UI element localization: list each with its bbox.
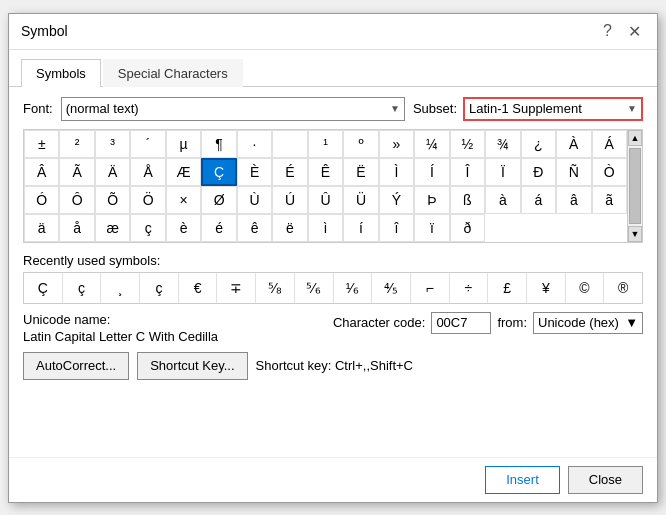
- symbol-cell[interactable]: î: [379, 214, 414, 242]
- symbol-cell[interactable]: í: [343, 214, 378, 242]
- from-dropdown[interactable]: Unicode (hex) ▼: [533, 312, 643, 334]
- symbol-cell[interactable]: Æ: [166, 158, 201, 186]
- symbol-cell[interactable]: Ø: [201, 186, 236, 214]
- symbol-cell[interactable]: Ç: [201, 158, 236, 186]
- font-arrow: ▼: [390, 103, 400, 114]
- symbol-cell[interactable]: é: [201, 214, 236, 242]
- symbol-cell[interactable]: ×: [166, 186, 201, 214]
- symbol-cell[interactable]: È: [237, 158, 272, 186]
- symbol-cell[interactable]: ³: [95, 130, 130, 158]
- recently-used-cell[interactable]: Ç: [24, 273, 63, 303]
- symbol-cell[interactable]: Ö: [130, 186, 165, 214]
- shortcut-key-button[interactable]: Shortcut Key...: [137, 352, 247, 380]
- symbol-scrollbar[interactable]: ▲ ▼: [628, 129, 643, 243]
- scroll-up-button[interactable]: ▲: [628, 130, 642, 146]
- symbol-cell[interactable]: ½: [450, 130, 485, 158]
- symbol-cell[interactable]: Ã: [59, 158, 94, 186]
- symbol-cell[interactable]: è: [166, 214, 201, 242]
- symbol-cell[interactable]: ¶: [201, 130, 236, 158]
- symbol-cell[interactable]: ß: [450, 186, 485, 214]
- symbol-cell[interactable]: ì: [308, 214, 343, 242]
- char-code-input[interactable]: [431, 312, 491, 334]
- symbol-cell[interactable]: Ú: [272, 186, 307, 214]
- symbol-cell[interactable]: Å: [130, 158, 165, 186]
- symbol-cell[interactable]: ð: [450, 214, 485, 242]
- recently-used-cell[interactable]: ç: [63, 273, 102, 303]
- insert-button[interactable]: Insert: [485, 466, 560, 494]
- recently-used-row: Çç¸ç€∓⁵⁄₈⁵⁄₆¹⁄₆⁴⁄₅⌐÷£¥©®: [23, 272, 643, 304]
- recently-used-cell[interactable]: ®: [604, 273, 642, 303]
- recently-used-cell[interactable]: ¸: [101, 273, 140, 303]
- recently-used-cell[interactable]: ÷: [450, 273, 489, 303]
- symbol-cell[interactable]: Ù: [237, 186, 272, 214]
- symbol-cell[interactable]: ï: [414, 214, 449, 242]
- symbol-cell[interactable]: Ï: [485, 158, 520, 186]
- symbol-cell[interactable]: Ó: [24, 186, 59, 214]
- symbol-cell[interactable]: ´: [130, 130, 165, 158]
- recently-used-cell[interactable]: ⁵⁄₆: [295, 273, 334, 303]
- symbol-cell[interactable]: à: [485, 186, 520, 214]
- recently-used-cell[interactable]: ç: [140, 273, 179, 303]
- symbol-cell[interactable]: á: [521, 186, 556, 214]
- symbol-cell[interactable]: Ü: [343, 186, 378, 214]
- symbol-cell[interactable]: Î: [450, 158, 485, 186]
- symbol-cell[interactable]: Ý: [379, 186, 414, 214]
- symbol-cell[interactable]: ê: [237, 214, 272, 242]
- symbol-cell[interactable]: ã: [592, 186, 627, 214]
- symbol-cell[interactable]: ¹: [308, 130, 343, 158]
- symbol-cell[interactable]: Õ: [95, 186, 130, 214]
- recently-used-cell[interactable]: ¥: [527, 273, 566, 303]
- symbol-cell[interactable]: ¼: [414, 130, 449, 158]
- autocorrect-button[interactable]: AutoCorrect...: [23, 352, 129, 380]
- symbol-cell[interactable]: Ô: [59, 186, 94, 214]
- symbol-cell[interactable]: ç: [130, 214, 165, 242]
- symbol-cell[interactable]: µ: [166, 130, 201, 158]
- symbol-grid-wrapper: ±²³´µ¶· ¹º»¼½¾¿ÀÁÂÃÄÅÆÇÈÉÊËÌÍÎÏÐÑÒÓÔÕÖ×Ø…: [23, 129, 643, 243]
- tab-special-characters[interactable]: Special Characters: [103, 59, 243, 87]
- symbol-cell[interactable]: Ð: [521, 158, 556, 186]
- symbol-cell[interactable]: Ò: [592, 158, 627, 186]
- recently-used-cell[interactable]: ⁴⁄₅: [372, 273, 411, 303]
- symbol-cell[interactable]: º: [343, 130, 378, 158]
- symbol-cell[interactable]: Ê: [308, 158, 343, 186]
- symbol-cell[interactable]: ²: [59, 130, 94, 158]
- symbol-cell[interactable]: ¾: [485, 130, 520, 158]
- symbol-cell[interactable]: Ä: [95, 158, 130, 186]
- symbol-cell[interactable]: À: [556, 130, 591, 158]
- recently-used-cell[interactable]: ©: [566, 273, 605, 303]
- symbol-cell[interactable]: [272, 130, 307, 158]
- symbol-cell[interactable]: ·: [237, 130, 272, 158]
- symbol-cell[interactable]: »: [379, 130, 414, 158]
- recently-used-cell[interactable]: ⁵⁄₈: [256, 273, 295, 303]
- tab-symbols[interactable]: Symbols: [21, 59, 101, 87]
- font-dropdown[interactable]: (normal text) ▼: [61, 97, 405, 121]
- symbol-cell[interactable]: ä: [24, 214, 59, 242]
- scroll-down-button[interactable]: ▼: [628, 226, 642, 242]
- close-button[interactable]: Close: [568, 466, 643, 494]
- recently-used-cell[interactable]: ⌐: [411, 273, 450, 303]
- symbol-cell[interactable]: â: [556, 186, 591, 214]
- symbol-cell[interactable]: ¿: [521, 130, 556, 158]
- symbol-cell[interactable]: Â: [24, 158, 59, 186]
- symbol-cell[interactable]: æ: [95, 214, 130, 242]
- recently-used-cell[interactable]: ¹⁄₆: [334, 273, 373, 303]
- symbol-cell[interactable]: Ñ: [556, 158, 591, 186]
- recently-used-cell[interactable]: €: [179, 273, 218, 303]
- recently-used-cell[interactable]: £: [488, 273, 527, 303]
- symbol-cell[interactable]: Ì: [379, 158, 414, 186]
- close-icon[interactable]: ✕: [624, 22, 645, 41]
- symbol-cell[interactable]: Ë: [343, 158, 378, 186]
- help-icon[interactable]: ?: [599, 22, 616, 40]
- symbol-cell[interactable]: É: [272, 158, 307, 186]
- scroll-thumb[interactable]: [629, 148, 640, 224]
- recently-used-label: Recently used symbols:: [23, 253, 643, 268]
- symbol-cell[interactable]: ë: [272, 214, 307, 242]
- subset-dropdown[interactable]: Latin-1 Supplement ▼: [463, 97, 643, 121]
- symbol-cell[interactable]: Û: [308, 186, 343, 214]
- symbol-cell[interactable]: Þ: [414, 186, 449, 214]
- recently-used-cell[interactable]: ∓: [217, 273, 256, 303]
- symbol-cell[interactable]: Í: [414, 158, 449, 186]
- symbol-cell[interactable]: å: [59, 214, 94, 242]
- symbol-cell[interactable]: Á: [592, 130, 627, 158]
- symbol-cell[interactable]: ±: [24, 130, 59, 158]
